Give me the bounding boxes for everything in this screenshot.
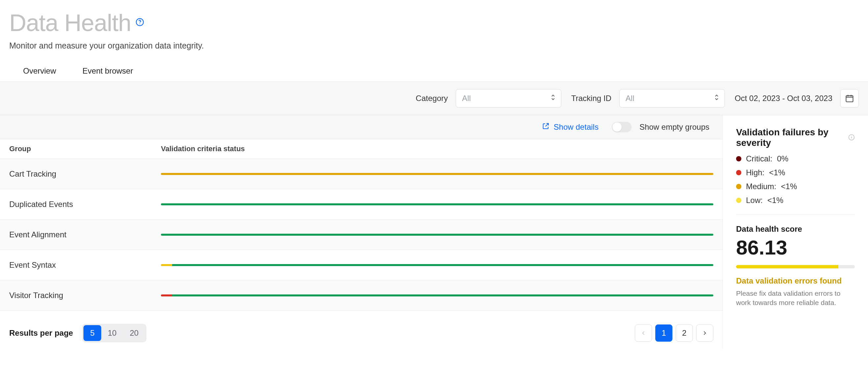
- page-subtitle: Monitor and measure your organization da…: [9, 41, 859, 51]
- tab-overview[interactable]: Overview: [23, 66, 56, 76]
- category-value: All: [462, 94, 471, 103]
- status-bar: [161, 264, 713, 266]
- calendar-button[interactable]: [840, 89, 859, 108]
- rpp-option[interactable]: 20: [123, 325, 145, 341]
- severity-label: Low:: [746, 196, 763, 205]
- open-external-icon: [542, 122, 550, 132]
- status-bar: [161, 234, 713, 236]
- rpp-option[interactable]: 5: [84, 325, 101, 341]
- results-per-page-label: Results per page: [9, 328, 73, 338]
- score-label: Data health score: [736, 225, 855, 234]
- severity-label: Medium:: [746, 182, 776, 191]
- severity-label: Critical:: [746, 154, 772, 163]
- severity-value: <1%: [781, 182, 797, 191]
- score-bar: [736, 265, 855, 268]
- severity-value: <1%: [769, 168, 785, 177]
- severity-dot: [736, 184, 741, 189]
- help-icon[interactable]: [135, 18, 144, 28]
- group-name: Event Syntax: [9, 260, 161, 270]
- tracking-id-select[interactable]: All: [619, 89, 725, 108]
- group-name: Visitor Tracking: [9, 291, 161, 300]
- table-row[interactable]: Duplicated Events: [0, 189, 722, 220]
- group-name: Duplicated Events: [9, 200, 161, 209]
- chevron-updown-icon: [550, 94, 556, 103]
- status-bar-segment: [161, 173, 713, 175]
- table-row[interactable]: Event Alignment: [0, 220, 722, 250]
- severity-value: 0%: [777, 154, 788, 163]
- error-text: Please fix data validation errors to wor…: [736, 289, 855, 308]
- error-title: Data validation errors found: [736, 276, 855, 286]
- show-empty-toggle[interactable]: [612, 122, 631, 132]
- show-details-label: Show details: [554, 122, 598, 132]
- table-row[interactable]: Event Syntax: [0, 250, 722, 280]
- severity-row: Low:<1%: [736, 196, 855, 205]
- group-name: Cart Tracking: [9, 169, 161, 179]
- status-bar-segment: [161, 203, 713, 205]
- severity-row: Medium:<1%: [736, 182, 855, 191]
- status-bar: [161, 173, 713, 175]
- severity-row: High:<1%: [736, 168, 855, 177]
- svg-rect-2: [846, 96, 853, 102]
- status-bar-segment: [172, 294, 714, 296]
- score-bar-fill: [736, 265, 838, 268]
- status-bar-segment: [172, 264, 714, 266]
- status-bar: [161, 294, 713, 296]
- svg-point-1: [140, 23, 140, 24]
- severity-dot: [736, 170, 741, 175]
- svg-point-4: [851, 136, 852, 136]
- table-row[interactable]: Visitor Tracking: [0, 280, 722, 311]
- table-row[interactable]: Cart Tracking: [0, 159, 722, 189]
- tab-event-browser[interactable]: Event browser: [83, 66, 133, 76]
- pager-page[interactable]: 2: [676, 324, 693, 342]
- rpp-option[interactable]: 10: [101, 325, 123, 341]
- status-bar-segment: [161, 234, 713, 236]
- severity-label: High:: [746, 168, 765, 177]
- severity-value: <1%: [767, 196, 783, 205]
- tracking-id-label: Tracking ID: [571, 94, 612, 103]
- show-details-link[interactable]: Show details: [542, 122, 598, 132]
- page-title: Data Health: [9, 9, 131, 36]
- status-bar-segment: [161, 264, 172, 266]
- severity-dot: [736, 198, 741, 203]
- severity-dot: [736, 156, 741, 162]
- column-header-status: Validation criteria status: [161, 145, 713, 153]
- severity-title: Validation failures by severity: [736, 127, 845, 148]
- score-value: 86.13: [736, 236, 855, 259]
- group-name: Event Alignment: [9, 230, 161, 239]
- tracking-id-value: All: [626, 94, 634, 103]
- show-empty-label: Show empty groups: [640, 122, 709, 132]
- category-select[interactable]: All: [456, 89, 561, 108]
- category-label: Category: [416, 94, 448, 103]
- info-icon[interactable]: [848, 132, 855, 143]
- severity-row: Critical:0%: [736, 154, 855, 163]
- date-range-text: Oct 02, 2023 - Oct 03, 2023: [735, 94, 832, 103]
- chevron-updown-icon: [714, 94, 719, 103]
- pager-next[interactable]: [696, 324, 713, 342]
- column-header-group: Group: [9, 145, 161, 153]
- pager-page[interactable]: 1: [655, 324, 673, 342]
- status-bar-segment: [161, 294, 172, 296]
- status-bar: [161, 203, 713, 205]
- pager-prev[interactable]: [635, 324, 652, 342]
